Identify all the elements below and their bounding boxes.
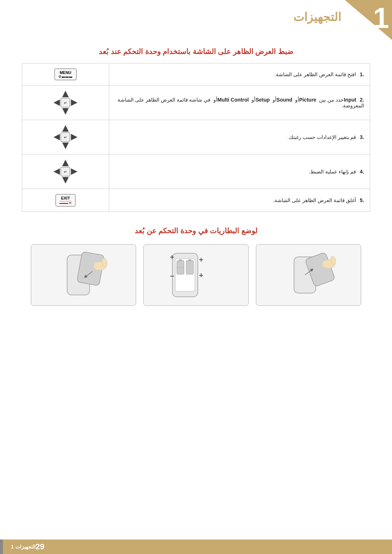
battery-compartment-svg: + − + + [154, 250, 238, 300]
step4-icon-cell: ↵ [22, 155, 109, 189]
nav-right-arrow-2 [71, 134, 77, 140]
step5-icon-cell: EXIT ⬅ ▬▬▬ [22, 189, 109, 212]
menu-button-icon: MENU ▬▬▬⊙ [28, 69, 103, 80]
nav-right-arrow [71, 99, 77, 106]
nav-down-arrow-2 [62, 143, 69, 149]
nav-control-icon-3: ↵ [53, 160, 77, 184]
step2-icon-cell: ↵ [22, 86, 109, 120]
nav-up-arrow-3 [62, 160, 69, 166]
step5-text: .5 أغلق قائمة العرض الظاهر على الشاشة. [109, 189, 370, 212]
nav-left-arrow [53, 99, 60, 106]
step5-number: .5 [360, 197, 364, 203]
step4-number: .4 [360, 169, 364, 175]
step4-text: .4 قم بإنهاء عملية الضبط. [109, 155, 370, 189]
battery-image-2: + − + + [143, 244, 249, 306]
nav-center-btn-2: ↵ [61, 132, 70, 142]
nav-up-arrow [62, 91, 69, 97]
table-row: .2 حدد من بين Input أو Picture أو Sound … [22, 86, 370, 120]
svg-text:−: − [170, 272, 174, 280]
menu-dots: ▬▬▬⊙ [58, 75, 73, 78]
svg-text:+: + [199, 256, 203, 264]
footer-page-number: 29 [36, 542, 44, 551]
nav-left-arrow-3 [53, 168, 60, 175]
nav-down-arrow [62, 108, 69, 115]
nav-right-arrow-3 [71, 168, 77, 175]
exit-button-icon: EXIT ⬅ ▬▬▬ [28, 194, 103, 206]
chapter-title: التجهيزات [293, 10, 341, 24]
battery-image-1 [256, 244, 361, 306]
nav-up-arrow-2 [62, 125, 69, 132]
table-row: .1 افتح قائمة العرض الظاهر على الشاشة. M… [22, 63, 370, 86]
chapter-number: 1 [373, 4, 389, 33]
step3-icon-cell: ↵ [22, 120, 109, 155]
step1-icon-cell: MENU ▬▬▬⊙ [22, 63, 109, 86]
section1-title: ضبط العرض الظاهر على الشاشة باستخدام وحد… [22, 47, 370, 56]
footer-chapter-text: التجهيزات 1 [11, 544, 36, 550]
table-row: .3 قم بتغيير الإعدادات حسب رغبتك. ↵ [22, 120, 370, 155]
section2-title: لوضع البطاريات في وحدة التحكم عن بُعد [22, 226, 370, 235]
battery-images-section: + − + + [22, 244, 370, 306]
nav-middle-row-2: ↵ [53, 132, 77, 142]
svg-text:+: + [199, 271, 203, 279]
footer-stripe [0, 539, 3, 554]
exit-btn: EXIT ⬅ ▬▬▬ [56, 194, 75, 206]
steps-table: .1 افتح قائمة العرض الظاهر على الشاشة. M… [22, 63, 370, 212]
nav-middle-row-3: ↵ [53, 167, 77, 176]
step1-text: .1 افتح قائمة العرض الظاهر على الشاشة. [109, 63, 370, 86]
step3-number: .3 [360, 134, 364, 140]
footer: 29 التجهيزات 1 [0, 539, 392, 554]
nav-control-icon-2: ↵ [53, 125, 77, 149]
nav-down-arrow-3 [62, 177, 69, 184]
svg-rect-7 [177, 260, 184, 274]
svg-text:+: + [170, 253, 174, 261]
nav-left-arrow-2 [53, 134, 60, 140]
step2-text: .2 حدد من بين Input أو Picture أو Sound … [109, 86, 370, 120]
remote-open-svg [272, 250, 345, 300]
step2-number: .2 [360, 97, 364, 103]
step3-text: .3 قم بتغيير الإعدادات حسب رغبتك. [109, 120, 370, 155]
nav-center-btn-3: ↵ [61, 167, 70, 176]
nav-center-btn: ↵ [61, 98, 70, 107]
step1-number: .1 [360, 71, 364, 77]
remote-close-svg [47, 250, 120, 300]
nav-control-icon: ↵ [53, 91, 77, 115]
svg-rect-10 [188, 259, 191, 261]
battery-image-3 [31, 244, 136, 306]
svg-rect-8 [179, 259, 182, 261]
svg-rect-9 [186, 260, 193, 274]
menu-btn: MENU ▬▬▬⊙ [54, 69, 77, 80]
table-row: .4 قم بإنهاء عملية الضبط. ↵ [22, 155, 370, 189]
exit-btn-sub: ⬅ ▬▬▬ [60, 201, 72, 205]
nav-middle-row: ↵ [53, 98, 77, 107]
table-row: .5 أغلق قائمة العرض الظاهر على الشاشة. E… [22, 189, 370, 212]
